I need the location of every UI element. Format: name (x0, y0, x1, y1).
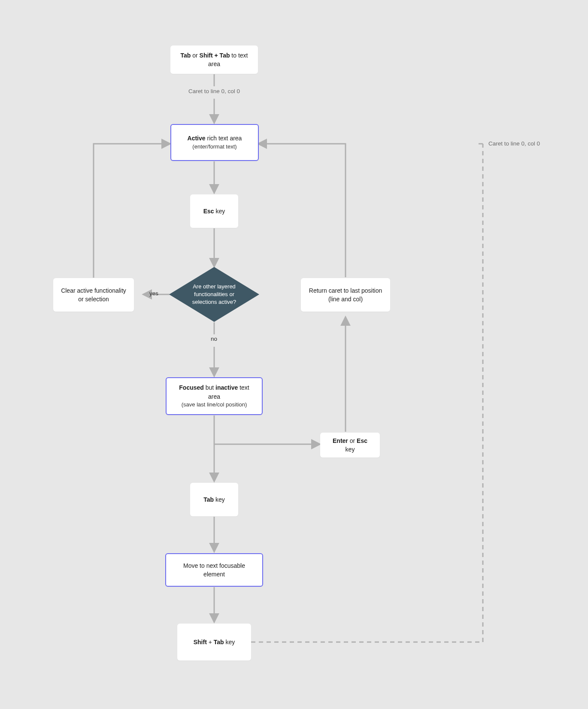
decision-text: Are other layered functionalities or sel… (169, 267, 259, 322)
return-line1: Return caret to last position (309, 286, 382, 295)
enter-esc-text: Enter or Esc key (328, 436, 372, 454)
return-line2: (line and col) (328, 295, 363, 303)
node-clear: Clear active functionality or selection (53, 278, 134, 312)
focused-sub: (save last line/col position) (182, 401, 247, 409)
move-next-text: Move to next focusable element (174, 561, 255, 579)
node-active-sub: (enter/format text) (192, 143, 236, 151)
node-return-caret: Return caret to last position (line and … (301, 278, 390, 312)
node-move-next: Move to next focusable element (165, 553, 263, 587)
node-esc-text: Esc key (203, 207, 225, 215)
node-esc-key: Esc key (190, 194, 238, 228)
label-yes: yes (149, 290, 158, 297)
label-caret-top: Caret to line 0, col 0 (171, 88, 257, 94)
node-shift-tab-key: Shift + Tab key (177, 624, 251, 661)
clear-line1: Clear active functionality (61, 286, 126, 295)
node-start: Tab or Shift + Tab to text area (170, 45, 258, 74)
clear-line2: or selection (78, 295, 109, 303)
node-tab-key: Tab key (190, 483, 238, 516)
flowchart-canvas: Tab or Shift + Tab to text area Caret to… (0, 0, 588, 709)
shift-tab-text: Shift + Tab key (194, 638, 235, 646)
label-no: no (211, 336, 217, 342)
node-start-text: Tab or Shift + Tab to text area (178, 51, 250, 69)
connectors (0, 0, 588, 709)
tab-key-text: Tab key (203, 495, 225, 504)
label-caret-right: Caret to line 0, col 0 (488, 140, 540, 147)
node-active: Active rich text area (enter/format text… (170, 124, 259, 161)
focused-line1: Focused but inactive text area (174, 383, 254, 401)
node-decision: Are other layered functionalities or sel… (169, 267, 259, 322)
node-enter-esc: Enter or Esc key (320, 433, 380, 458)
node-focused: Focused but inactive text area (save las… (166, 377, 263, 415)
node-active-line1: Active rich text area (188, 134, 242, 142)
